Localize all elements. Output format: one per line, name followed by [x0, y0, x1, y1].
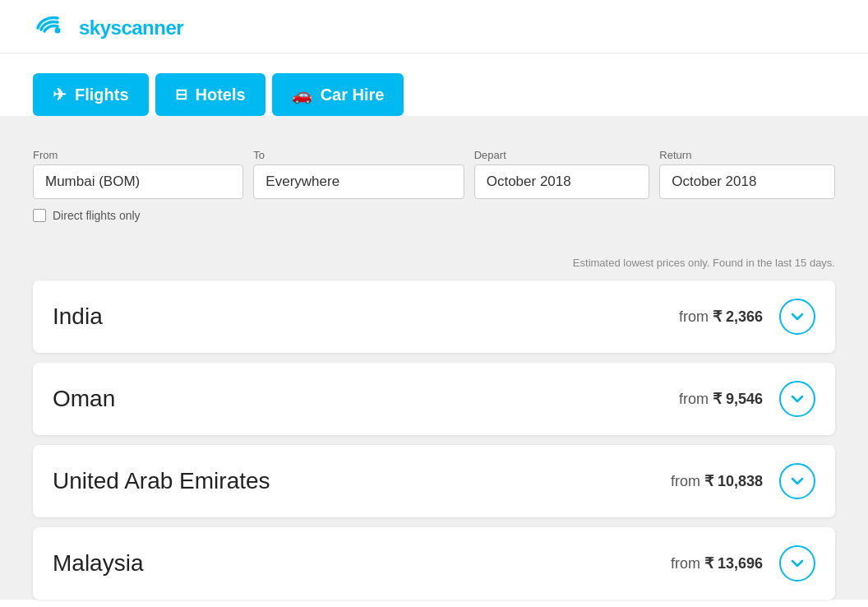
price-section: from ₹ 2,366	[679, 299, 815, 335]
return-input[interactable]: October 2018	[659, 164, 835, 199]
from-input[interactable]: Mumbai (BOM)	[33, 164, 243, 199]
price-text: from ₹ 13,696	[671, 554, 763, 572]
chevron-down-icon	[791, 475, 804, 488]
return-group: Return October 2018	[659, 149, 835, 199]
to-label: To	[253, 149, 464, 161]
from-label: from	[679, 308, 713, 325]
from-label: from	[679, 391, 713, 407]
direct-flights-label: Direct flights only	[53, 209, 141, 222]
svg-point-0	[55, 28, 61, 34]
tab-hotels[interactable]: ⊟ Hotels	[155, 73, 265, 116]
direct-flights-row: Direct flights only	[0, 199, 868, 232]
logo-text: skyscanner	[79, 16, 183, 39]
country-name: Malaysia	[53, 550, 143, 577]
tab-bar: ✈ Flights ⊟ Hotels 🚗 Car Hire	[0, 53, 868, 116]
chevron-down-icon	[791, 392, 804, 405]
from-label: from	[671, 555, 704, 572]
tab-car-hire-label: Car Hire	[321, 86, 385, 104]
price-text: from ₹ 9,546	[679, 390, 763, 408]
price-section: from ₹ 10,838	[671, 463, 815, 499]
estimated-note: Estimated lowest prices only. Found in t…	[33, 248, 835, 280]
from-label: From	[33, 149, 243, 161]
car-icon: 🚗	[292, 85, 312, 104]
result-card[interactable]: Oman from ₹ 9,546	[33, 363, 835, 435]
price-amount: ₹ 10,838	[704, 473, 763, 489]
results-section: Estimated lowest prices only. Found in t…	[0, 248, 868, 600]
price-amount: ₹ 9,546	[713, 391, 763, 407]
country-name: United Arab Emirates	[53, 468, 270, 494]
tab-hotels-label: Hotels	[196, 86, 246, 104]
expand-button[interactable]	[779, 381, 815, 417]
tab-flights[interactable]: ✈ Flights	[33, 73, 149, 116]
from-label: from	[671, 473, 704, 489]
price-section: from ₹ 9,546	[679, 381, 815, 417]
result-card[interactable]: United Arab Emirates from ₹ 10,838	[33, 445, 835, 517]
tab-flights-label: Flights	[75, 86, 129, 104]
expand-button[interactable]	[779, 545, 815, 582]
hotels-icon: ⊟	[175, 86, 187, 104]
country-name: Oman	[53, 386, 115, 412]
chevron-down-icon	[791, 310, 804, 323]
chevron-down-icon	[791, 557, 804, 570]
to-input[interactable]: Everywhere	[253, 164, 464, 199]
skyscanner-logo-icon	[33, 13, 72, 43]
header: skyscanner	[0, 0, 868, 53]
return-label: Return	[659, 149, 835, 161]
price-section: from ₹ 13,696	[671, 545, 815, 582]
search-form-row: From Mumbai (BOM) To Everywhere Depart O…	[0, 132, 868, 199]
search-bar: From Mumbai (BOM) To Everywhere Depart O…	[0, 116, 868, 248]
logo: skyscanner	[33, 13, 183, 43]
depart-group: Depart October 2018	[474, 149, 650, 199]
result-card[interactable]: India from ₹ 2,366	[33, 280, 835, 353]
tab-car-hire[interactable]: 🚗 Car Hire	[272, 73, 404, 116]
result-cards-container: India from ₹ 2,366 Oman from ₹ 9,546	[33, 280, 835, 600]
flights-icon: ✈	[53, 85, 67, 104]
result-card[interactable]: Malaysia from ₹ 13,696	[33, 527, 835, 600]
price-amount: ₹ 2,366	[713, 308, 763, 325]
expand-button[interactable]	[779, 299, 815, 335]
depart-input[interactable]: October 2018	[474, 164, 650, 199]
direct-flights-checkbox[interactable]	[33, 209, 46, 222]
price-text: from ₹ 2,366	[679, 308, 763, 326]
price-text: from ₹ 10,838	[671, 472, 763, 490]
depart-label: Depart	[474, 149, 650, 161]
to-group: To Everywhere	[253, 149, 464, 199]
country-name: India	[53, 304, 103, 330]
price-amount: ₹ 13,696	[704, 555, 763, 572]
expand-button[interactable]	[779, 463, 815, 499]
from-group: From Mumbai (BOM)	[33, 149, 243, 199]
